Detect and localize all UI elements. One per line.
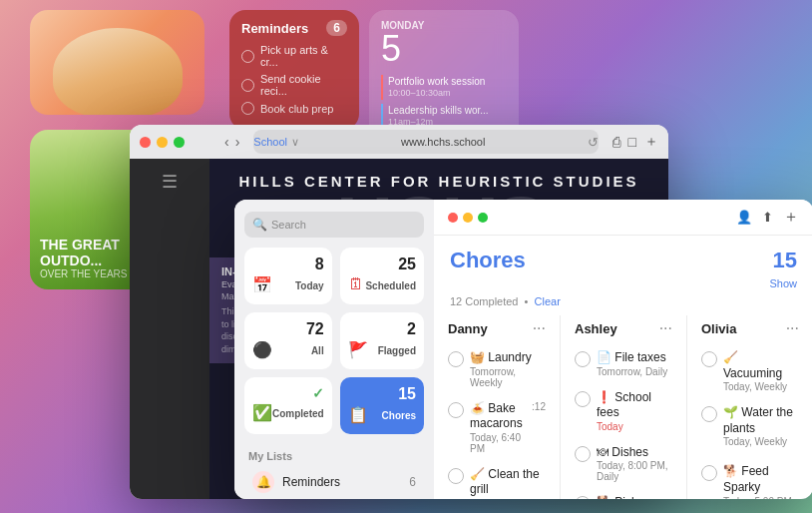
task-grill[interactable]: 🧹 Clean the grill [442, 462, 552, 499]
taxes-checkbox[interactable] [575, 351, 591, 367]
task-birthday-cake[interactable]: 🐕 Pick up birthday cake for Sparky [569, 490, 678, 499]
safari-minimize-button[interactable] [157, 137, 168, 148]
today-count: 8 [252, 256, 324, 273]
reminder-item-1: Pick up arts & cr... [241, 44, 347, 68]
list-item-family[interactable]: 👨‍👩‍👧 Family 7 [238, 498, 430, 499]
outdoor-title: THE GREAT OUTDO... [40, 238, 140, 268]
outdoor-subtitle: OVER THE YEARS [40, 268, 140, 279]
all-label: All [311, 345, 324, 356]
smart-list-flagged[interactable]: 2 🚩 Flagged [340, 312, 424, 369]
show-link[interactable]: Show [769, 277, 797, 289]
vacuuming-sub: Today, Weekly [723, 381, 799, 392]
smart-list-completed[interactable]: ✓ ✅ Completed [244, 377, 332, 434]
cal-day-label: Monday [381, 20, 507, 31]
reminders-window: 🔍 Search 8 📅 Today 25 🗓 Scheduled [234, 200, 812, 499]
birthday-cake-emoji: 🐕 [597, 495, 611, 499]
task-vacuuming[interactable]: 🧹 Vacuuming Today, Weekly [695, 345, 805, 397]
safari-maximize-button[interactable] [174, 137, 185, 148]
completed-count: ✓ [252, 385, 324, 401]
safari-addressbar[interactable]: School ∨ www.hchs.school ↺ [253, 130, 598, 154]
window-maximize-button[interactable] [478, 213, 488, 223]
reminders-content: Chores 15 Show 12 Completed • Clear Dann… [434, 236, 812, 499]
dishes-checkbox[interactable] [575, 446, 591, 462]
birthday-cake-checkbox[interactable] [575, 496, 591, 499]
task-school-fees[interactable]: ❗ School fees Today [569, 385, 678, 437]
safari-url: www.hchs.school [299, 136, 588, 148]
macarons-time-badge: :12 [532, 401, 546, 412]
water-plants-sub: Today, Weekly [723, 436, 799, 447]
smart-list-scheduled[interactable]: 25 🗓 Scheduled [340, 248, 424, 304]
safari-sidebar-toggle[interactable] [199, 135, 218, 149]
macarons-checkbox[interactable] [448, 402, 464, 418]
ashley-col-more[interactable]: ··· [659, 319, 672, 337]
safari-share-icon[interactable]: ⎙ [612, 134, 620, 150]
safari-hamburger-icon[interactable]: ☰ [162, 171, 178, 193]
safari-bookmark-icon[interactable]: □ [628, 134, 636, 150]
vacuuming-checkbox[interactable] [701, 351, 717, 367]
reminder-text-1: Pick up arts & cr... [260, 44, 347, 68]
birthday-cake-body: 🐕 Pick up birthday cake for Sparky [597, 495, 672, 499]
safari-sidebar: ☰ [130, 159, 209, 499]
window-close-button[interactable] [448, 213, 458, 223]
all-count: 72 [252, 320, 324, 338]
completed-icon: ✅ [252, 403, 272, 422]
task-dishes[interactable]: 🍽 Dishes Today, 8:00 PM, Daily [569, 440, 678, 488]
safari-controls: ‹ › [199, 134, 239, 150]
reminders-list-count: 6 [409, 475, 416, 489]
column-danny: Danny ··· 🧺 Laundry Tomorrow, Weekly [442, 315, 552, 499]
ashley-col-header: Ashley ··· [569, 315, 678, 341]
reminder-item-3: Book club prep [241, 102, 347, 115]
school-fees-body: ❗ School fees Today [597, 390, 672, 432]
reminders-header: Chores 15 Show [434, 236, 812, 295]
school-fees-sub: Today [597, 421, 672, 432]
task-taxes[interactable]: 📄 File taxes Tomorrow, Daily [569, 345, 678, 382]
reminder-text-2: Send cookie reci... [260, 73, 347, 97]
water-plants-body: 🌱 Water the plants Today, Weekly [723, 405, 799, 447]
chores-count-badge: 15 [773, 248, 797, 273]
completed-label: Completed [272, 408, 324, 419]
task-feed-sparky[interactable]: 🐕 Feed Sparky Today, 5:00 PM, Daily [695, 459, 805, 499]
safari-back-button[interactable]: ‹ [224, 134, 229, 150]
danny-col-more[interactable]: ··· [533, 319, 546, 337]
vacuuming-emoji: 🧹 [723, 350, 738, 364]
window-minimize-button[interactable] [463, 213, 473, 223]
taxes-emoji: 📄 [597, 350, 611, 364]
feed-sparky-checkbox[interactable] [701, 465, 717, 481]
reminder-checkbox-1 [241, 50, 254, 63]
safari-reload-icon[interactable]: ↺ [588, 135, 599, 150]
safari-close-button[interactable] [140, 137, 151, 148]
chores-count: 15 [348, 385, 416, 403]
school-fees-emoji: ❗ [597, 390, 611, 404]
grill-checkbox[interactable] [448, 468, 464, 484]
reminders-search[interactable]: 🔍 Search [244, 212, 424, 238]
smart-list-all[interactable]: 72 ⚫ All [244, 312, 332, 369]
safari-addtab-icon[interactable]: ＋ [644, 133, 658, 151]
widget-reminders[interactable]: Reminders 6 Pick up arts & cr... Send co… [229, 10, 359, 130]
task-water-plants[interactable]: 🌱 Water the plants Today, Weekly [695, 400, 805, 452]
smart-list-today[interactable]: 8 📅 Today [244, 248, 332, 304]
chores-label: Chores [382, 410, 416, 421]
olivia-col-name: Olivia [701, 321, 736, 336]
reminders-subtitle: 12 Completed • Clear [434, 295, 812, 307]
clear-link[interactable]: Clear [535, 295, 561, 307]
widget-reminders-header: Reminders 6 [241, 20, 347, 36]
share-icon[interactable]: ⬆ [762, 210, 773, 225]
task-laundry[interactable]: 🧺 Laundry Tomorrow, Weekly [442, 345, 552, 393]
smart-list-chores[interactable]: 15 📋 Chores [340, 377, 424, 434]
person-icon[interactable]: 👤 [736, 210, 752, 225]
list-item-reminders[interactable]: 🔔 Reminders 6 [238, 466, 430, 498]
school-fees-checkbox[interactable] [575, 391, 591, 407]
flagged-count: 2 [348, 320, 416, 338]
add-icon[interactable]: ＋ [783, 207, 799, 228]
ashley-col-name: Ashley [575, 321, 617, 336]
safari-forward-button[interactable]: › [235, 134, 240, 150]
olivia-col-more[interactable]: ··· [786, 319, 799, 337]
water-plants-checkbox[interactable] [701, 406, 717, 422]
feed-sparky-body: 🐕 Feed Sparky Today, 5:00 PM, Daily [723, 464, 799, 499]
taxes-sub: Tomorrow, Daily [597, 366, 672, 377]
reminders-list-name: Reminders [282, 475, 401, 489]
laundry-checkbox[interactable] [448, 351, 464, 367]
task-macarons[interactable]: 🍝 Bake macarons Today, 6:40 PM :12 [442, 396, 552, 459]
grill-body: 🧹 Clean the grill [470, 467, 546, 498]
reminders-list-icon: 🔔 [252, 471, 274, 493]
